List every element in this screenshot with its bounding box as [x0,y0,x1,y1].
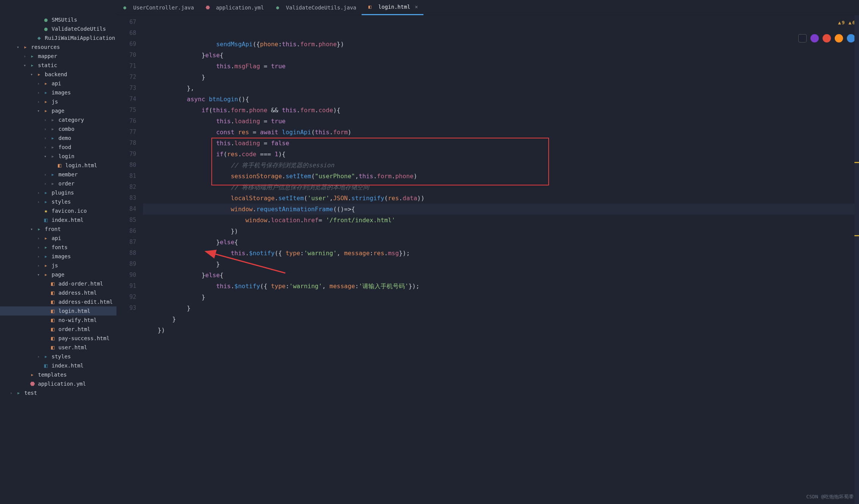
tree-item-login-html[interactable]: ◧login.html [0,306,116,316]
tree-item-no-wify-html[interactable]: ◧no-wify.html [0,316,116,325]
code-line[interactable]: this.loading = false [143,138,859,149]
expand-chevron-icon[interactable]: › [37,236,42,241]
tree-item-styles[interactable]: ›▸styles [0,352,116,361]
tree-item-demo[interactable]: ›▸demo [0,133,116,143]
browser-icon[interactable] [835,34,843,42]
inspection-badges[interactable]: ▲ 9▲ 6 [838,20,855,25]
tree-item-validatecodeutils[interactable]: ●ValidateCodeUtils [0,24,116,33]
warning-badge[interactable]: ▲ 9 [838,20,845,25]
tree-item-user-html[interactable]: ◧user.html [0,343,116,352]
tree-item-index-html[interactable]: ◧index.html [0,215,116,225]
expand-chevron-icon[interactable]: ▾ [30,227,36,232]
expand-chevron-icon[interactable]: › [10,391,15,396]
tree-item-add-order-html[interactable]: ◧add-order.html [0,279,116,288]
expand-chevron-icon[interactable]: › [37,254,42,259]
expand-chevron-icon[interactable]: › [37,354,42,359]
tree-item-test[interactable]: ›▸test [0,388,116,397]
code-line[interactable]: if(this.form.phone && this.form.code){ [143,105,859,116]
tree-item-mapper[interactable]: ›▸mapper [0,52,116,61]
expand-chevron-icon[interactable]: › [37,90,42,95]
code-line[interactable]: const res = await loginApi(this.form) [143,127,859,138]
tree-item-static[interactable]: ▾▸static [0,61,116,70]
tree-item-index-html[interactable]: ◧index.html [0,361,116,370]
browser-launch-icons[interactable] [798,34,855,42]
tree-item-smsutils[interactable]: ●SMSUtils [0,15,116,24]
code-area[interactable]: sendMsgApi({phone:this.form.phone}) }els… [143,15,859,504]
code-line[interactable]: } [143,314,859,325]
expand-chevron-icon[interactable]: ▾ [37,272,42,277]
tree-item-login-html[interactable]: ◧login.html [0,161,116,170]
browser-icon[interactable] [823,34,831,42]
tree-item-js[interactable]: ›▸js [0,97,116,106]
tree-item-api[interactable]: ›▸api [0,79,116,88]
expand-chevron-icon[interactable]: › [44,127,49,132]
tree-item-resources[interactable]: ▾▸resources [0,42,116,52]
tree-item-favicon-ico[interactable]: ★favicon.ico [0,206,116,215]
tree-item-js[interactable]: ›▸js [0,261,116,270]
expand-chevron-icon[interactable]: › [37,245,42,250]
expand-chevron-icon[interactable]: › [37,263,42,268]
expand-chevron-icon[interactable]: › [24,54,29,59]
tree-item-pay-success-html[interactable]: ◧pay-success.html [0,334,116,343]
tab-login-html[interactable]: ◧login.html× [362,0,423,15]
expand-chevron-icon[interactable]: › [37,199,42,204]
expand-chevron-icon[interactable]: › [37,99,42,104]
code-line[interactable]: }, [143,83,859,94]
tree-item-fonts[interactable]: ›▸fonts [0,243,116,252]
tree-item-images[interactable]: ›▸images [0,252,116,261]
tab-usercontroller-java[interactable]: ●UserController.java [116,0,199,15]
expand-chevron-icon[interactable]: › [37,81,42,86]
expand-chevron-icon[interactable]: › [44,118,49,122]
tree-item-front[interactable]: ▾▸front [0,225,116,234]
code-line[interactable]: } [143,72,859,83]
tree-item-plugins[interactable]: ›▸plugins [0,188,116,197]
code-line[interactable]: } [143,303,859,314]
tab-validatecodeutils-java[interactable]: ●ValidateCodeUtils.java [269,0,362,15]
ide-browser-icon[interactable] [798,34,807,42]
code-line[interactable]: }else{ [143,50,859,61]
code-line[interactable]: sendMsgApi({phone:this.form.phone}) [143,39,859,50]
tree-item-order-html[interactable]: ◧order.html [0,325,116,334]
tab-application-yml[interactable]: ⬣application.yml [199,0,269,15]
code-line[interactable]: sessionStorage.setItem("userPhone",this.… [143,171,859,182]
tree-item-order[interactable]: ›▸order [0,179,116,188]
code-line[interactable]: } [143,259,859,270]
close-icon[interactable]: × [415,4,418,10]
tree-item-address-edit-html[interactable]: ◧address-edit.html [0,297,116,306]
code-line[interactable]: this.loading = true [143,116,859,127]
tree-item-api[interactable]: ›▸api [0,234,116,243]
expand-chevron-icon[interactable]: › [44,172,49,177]
tree-item-page[interactable]: ▾▸page [0,270,116,279]
code-line[interactable]: this.$notify({ type:'warning', message:'… [143,281,859,292]
expand-chevron-icon[interactable]: › [44,181,49,186]
code-line[interactable]: }) [143,226,859,237]
code-line[interactable]: window.location.href= '/front/index.html… [143,215,859,226]
expand-chevron-icon[interactable]: ▾ [24,63,29,68]
code-line[interactable]: }else{ [143,270,859,281]
expand-chevron-icon[interactable]: › [37,190,42,195]
tree-item-address-html[interactable]: ◧address.html [0,288,116,297]
code-line[interactable]: }else{ [143,237,859,248]
tree-item-ruijiwaimaiapplication[interactable]: ◆RuiJiWaiMaiApplication [0,33,116,42]
code-line[interactable]: localStorage.setItem('user',JSON.stringi… [143,193,859,204]
tree-item-food[interactable]: ›▸food [0,143,116,152]
code-editor[interactable]: 6768697071727374757677787980818283848586… [116,15,859,504]
expand-chevron-icon[interactable]: › [44,136,49,141]
code-line[interactable]: async btnLogin(){ [143,94,859,105]
tree-item-category[interactable]: ›▸category [0,115,116,124]
tree-item-combo[interactable]: ›▸combo [0,124,116,133]
tree-item-styles[interactable]: ›▸styles [0,197,116,206]
code-line[interactable]: } [143,292,859,303]
code-line[interactable]: if(res.code === 1){ [143,149,859,160]
tree-item-templates[interactable]: ▸templates [0,370,116,379]
code-line[interactable]: // 将移动端用户信息保存到浏览器的本地存储空间 [143,182,859,193]
browser-icon[interactable] [810,34,819,42]
tree-item-page[interactable]: ▾▸page [0,106,116,115]
code-line[interactable]: window.requestAnimationFrame(()=>{ [143,204,859,215]
browser-icon[interactable] [847,34,855,42]
tree-item-backend[interactable]: ▾▸backend [0,70,116,79]
expand-chevron-icon[interactable]: ▾ [30,72,36,77]
tree-item-login[interactable]: ▾▸login [0,152,116,161]
expand-chevron-icon[interactable]: › [44,145,49,150]
scrollbar[interactable] [854,15,859,504]
